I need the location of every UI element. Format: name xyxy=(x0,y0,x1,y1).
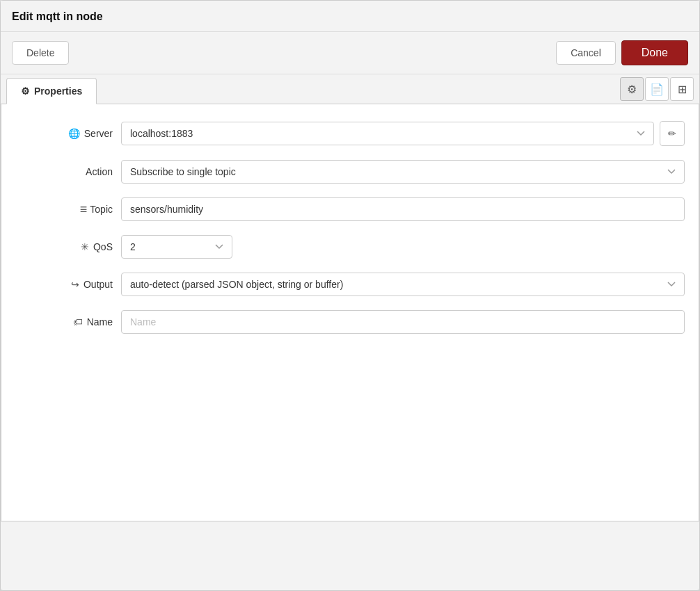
pencil-icon xyxy=(668,128,676,139)
toolbar: Delete Cancel Done xyxy=(1,32,699,74)
dialog-title: Edit mqtt in node xyxy=(12,10,103,22)
name-label: 🏷 Name xyxy=(15,316,113,327)
properties-tab-icon: ⚙ xyxy=(21,86,30,97)
name-control-group xyxy=(121,310,685,334)
cancel-button[interactable]: Cancel xyxy=(556,41,616,65)
server-icon: 🌐 xyxy=(68,128,80,139)
output-row: ↪ Output auto-detect (parsed JSON object… xyxy=(15,273,685,296)
server-control-group: localhost:1883 xyxy=(121,121,685,146)
name-input[interactable] xyxy=(121,310,685,334)
form-body: 🌐 Server localhost:1883 Action Subscribe… xyxy=(1,104,699,521)
qos-row: ✳ QoS 0 1 2 xyxy=(15,235,685,259)
name-row: 🏷 Name xyxy=(15,310,685,334)
server-select[interactable]: localhost:1883 xyxy=(121,122,654,145)
tab-actions: ⚙ 📄 ⊞ xyxy=(620,77,699,104)
output-label: ↪ Output xyxy=(15,279,113,290)
topic-control-group xyxy=(121,197,685,221)
server-edit-button[interactable] xyxy=(660,121,685,146)
dialog-header: Edit mqtt in node xyxy=(1,1,699,32)
server-label: 🌐 Server xyxy=(15,128,113,139)
output-select[interactable]: auto-detect (parsed JSON object, string … xyxy=(121,273,685,296)
qos-label: ✳ QoS xyxy=(15,241,113,252)
delete-button[interactable]: Delete xyxy=(12,41,69,65)
name-icon: 🏷 xyxy=(73,316,83,327)
output-control-group: auto-detect (parsed JSON object, string … xyxy=(121,273,685,296)
action-label: Action xyxy=(15,166,113,177)
tab-action-description[interactable]: 📄 xyxy=(645,77,669,101)
tab-properties[interactable]: ⚙ Properties xyxy=(6,78,97,104)
action-control-group: Subscribe to single topic Publish to sin… xyxy=(121,160,685,184)
tabs-row: ⚙ Properties ⚙ 📄 ⊞ xyxy=(1,74,699,104)
topic-row: ≡ Topic xyxy=(15,197,685,221)
done-button[interactable]: Done xyxy=(621,40,688,65)
server-row: 🌐 Server localhost:1883 xyxy=(15,121,685,146)
output-icon: ↪ xyxy=(71,279,79,290)
tab-properties-label: Properties xyxy=(34,86,82,97)
qos-icon: ✳ xyxy=(81,241,89,252)
qos-control-group: 0 1 2 xyxy=(121,235,685,259)
tab-action-appearance[interactable]: ⊞ xyxy=(670,77,694,101)
topic-label: ≡ Topic xyxy=(15,202,113,217)
topic-icon: ≡ xyxy=(80,202,86,217)
action-select[interactable]: Subscribe to single topic Publish to sin… xyxy=(121,160,685,184)
topic-input[interactable] xyxy=(121,197,685,221)
edit-dialog: Edit mqtt in node Delete Cancel Done ⚙ P… xyxy=(0,0,700,591)
action-row: Action Subscribe to single topic Publish… xyxy=(15,160,685,184)
qos-select[interactable]: 0 1 2 xyxy=(121,235,232,259)
tab-action-settings[interactable]: ⚙ xyxy=(620,77,644,101)
